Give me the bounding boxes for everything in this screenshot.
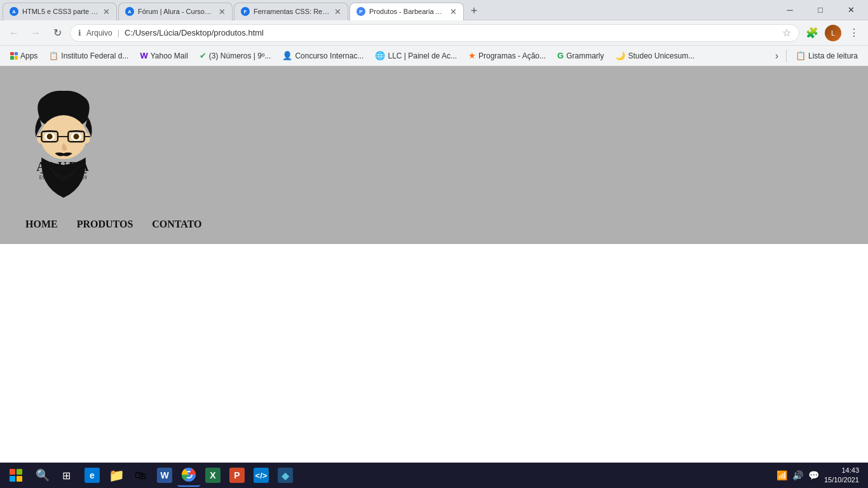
instituto-label: Instituto Federal d... <box>61 51 128 60</box>
tab-2-title: Fórum | Alura - Cursos online ... <box>138 8 215 15</box>
tab-2-favicon: A <box>125 7 134 16</box>
bookmarks-bar: Apps 📋 Instituto Federal d... W Yahoo Ma… <box>0 46 868 66</box>
bookmark-programas[interactable]: ★ Programas - Ação... <box>463 49 551 62</box>
task-view-button[interactable]: ⊞ <box>57 464 76 487</box>
title-bar: A HTML5 e CSS3 parte 2: Aula 3 ✕ A Fórum… <box>0 0 868 20</box>
notification-icon[interactable]: 💬 <box>808 470 819 480</box>
taskbar-vscode[interactable]: </> <box>250 464 273 487</box>
barber-face-svg: ALURA ESTD 2019 <box>25 85 102 212</box>
nav-home[interactable]: HOME <box>25 219 58 230</box>
svg-point-20 <box>73 133 79 139</box>
yahoo-label: Yahoo Mail <box>151 51 188 60</box>
taskbar-word[interactable]: W <box>153 464 176 487</box>
forward-button[interactable]: → <box>27 24 44 42</box>
bookmark-grammarly[interactable]: G Grammarly <box>552 49 609 62</box>
powerpoint-icon: P <box>229 468 245 483</box>
taskbar-powerpoint[interactable]: P <box>226 464 248 487</box>
tab-3-favicon: F <box>241 7 250 16</box>
tabs-area: A HTML5 e CSS3 parte 2: Aula 3 ✕ A Fórum… <box>0 0 775 20</box>
taskbar-file-explorer[interactable]: 📁 <box>105 464 128 487</box>
start-button[interactable] <box>4 463 28 487</box>
yahoo-icon: W <box>140 51 147 60</box>
svg-text:F: F <box>244 9 247 15</box>
svg-point-18 <box>47 133 53 139</box>
minimize-button[interactable]: ─ <box>775 0 804 20</box>
taskbar-right: 📶 🔊 💬 14:43 15/10/2021 <box>776 466 864 485</box>
taskbar: 🔍 ⊞ e 📁 🛍 W <box>0 463 868 488</box>
tab-1-close[interactable]: ✕ <box>103 7 110 17</box>
address-box[interactable]: ℹ Arquivo | C:/Users/Lúcia/Desktop/produ… <box>70 24 799 42</box>
svg-text:P: P <box>359 9 363 15</box>
tab-2[interactable]: A Fórum | Alura - Cursos online ... ✕ <box>118 3 233 20</box>
bookmarks-more-button[interactable]: › <box>771 49 782 63</box>
tab-1-favicon: A <box>10 7 18 16</box>
tab-3-title: Ferramentas CSS: Redefinir CS... <box>254 8 330 15</box>
address-bar-row: ← → ↻ ℹ Arquivo | C:/Users/Lúcia/Desktop… <box>0 20 868 46</box>
extensions-icon[interactable]: 🧩 <box>803 24 821 42</box>
url-display: C:/Users/Lúcia/Desktop/produtos.html <box>125 28 777 37</box>
volume-icon[interactable]: 🔊 <box>792 470 803 480</box>
numeros-label: (3) Números | 9º... <box>209 51 271 60</box>
webpage-content-area <box>0 244 868 409</box>
numeros-icon: ✔ <box>200 51 207 60</box>
file-explorer-icon: 📁 <box>109 468 124 483</box>
bookmark-star-icon[interactable]: ☆ <box>782 27 791 39</box>
bookmark-concurso[interactable]: 👤 Concurso Internac... <box>277 49 369 62</box>
chrome-icon <box>181 467 196 482</box>
logo-area: ALURA ESTD 2019 <box>25 79 843 212</box>
taskbar-app8[interactable]: ◆ <box>274 464 297 487</box>
profile-avatar[interactable]: L <box>825 25 841 41</box>
tab-1[interactable]: A HTML5 e CSS3 parte 2: Aula 3 ✕ <box>3 3 117 20</box>
tab-3[interactable]: F Ferramentas CSS: Redefinir CS... ✕ <box>234 3 348 20</box>
llc-label: LLC | Painel de Ac... <box>388 51 457 60</box>
programas-label: Programas - Ação... <box>478 51 546 60</box>
svg-text:A: A <box>12 9 16 15</box>
svg-text:A: A <box>128 9 132 15</box>
apps-grid-icon <box>10 52 18 60</box>
new-tab-button[interactable]: + <box>465 3 483 20</box>
maximize-button[interactable]: □ <box>806 0 835 20</box>
webpage-nav: HOME PRODUTOS CONTATO <box>25 212 843 238</box>
search-taskbar-icon: 🔍 <box>36 468 50 482</box>
apps-label: Apps <box>20 51 37 60</box>
tab-4-close[interactable]: ✕ <box>450 7 457 17</box>
taskbar-chrome[interactable] <box>177 464 200 487</box>
reading-list-button[interactable]: 📋 Lista de leitura <box>790 49 863 62</box>
nav-produtos[interactable]: PRODUTOS <box>77 219 133 230</box>
time-date-display[interactable]: 14:43 15/10/2021 <box>824 466 859 485</box>
close-button[interactable]: ✕ <box>836 0 865 20</box>
grammarly-label: Grammarly <box>566 51 604 60</box>
taskbar-store[interactable]: 🛍 <box>129 464 152 487</box>
nav-contato[interactable]: CONTATO <box>152 219 201 230</box>
tab-4[interactable]: P Produtos - Barbearia Alura ✕ <box>349 3 464 20</box>
tab-4-title: Produtos - Barbearia Alura <box>369 8 446 15</box>
concurso-label: Concurso Internac... <box>295 51 363 60</box>
alura-logo: ALURA ESTD 2019 <box>25 85 102 212</box>
network-icon[interactable]: 📶 <box>776 470 787 480</box>
bookmark-apps[interactable]: Apps <box>5 50 43 62</box>
bookmark-yahoo[interactable]: W Yahoo Mail <box>135 49 193 62</box>
tab-2-close[interactable]: ✕ <box>219 7 226 17</box>
edge-icon: e <box>85 468 100 483</box>
search-button[interactable]: 🔍 <box>31 464 55 487</box>
menu-icon[interactable]: ⋮ <box>845 24 863 42</box>
programas-icon: ★ <box>468 51 476 60</box>
taskbar-apps: e 📁 🛍 W <box>81 464 297 487</box>
bookmark-instituto[interactable]: 📋 Instituto Federal d... <box>44 50 133 62</box>
word-icon: W <box>157 468 172 483</box>
taskbar-excel[interactable]: X <box>201 464 224 487</box>
tab-3-close[interactable]: ✕ <box>334 7 341 17</box>
back-button[interactable]: ← <box>5 24 23 42</box>
reading-list-label: Lista de leitura <box>808 51 858 60</box>
webpage: ALURA ESTD 2019 HOME PRODUTOS CONTATO <box>0 66 868 409</box>
taskbar-edge[interactable]: e <box>81 464 104 487</box>
reload-button[interactable]: ↻ <box>48 24 66 42</box>
vscode-icon: </> <box>254 468 269 483</box>
tab-1-title: HTML5 e CSS3 parte 2: Aula 3 <box>22 8 99 15</box>
llc-icon: 🌐 <box>375 51 385 60</box>
maximize-icon: □ <box>818 5 823 15</box>
bookmark-llc[interactable]: 🌐 LLC | Painel de Ac... <box>370 49 462 62</box>
system-icons: 📶 🔊 💬 <box>776 470 819 480</box>
bookmark-studeo[interactable]: 🌙 Studeo Unicesum... <box>610 49 700 62</box>
bookmark-numeros[interactable]: ✔ (3) Números | 9º... <box>194 49 276 62</box>
